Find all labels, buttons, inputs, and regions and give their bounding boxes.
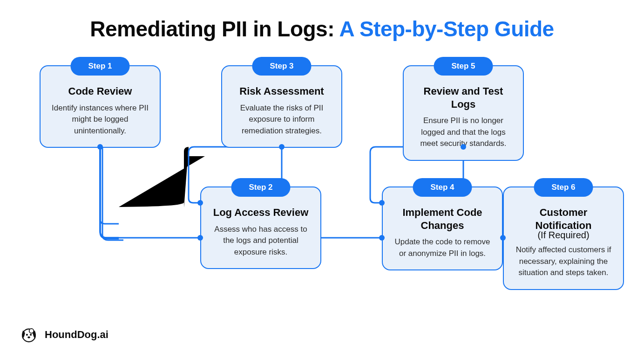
step-title-5: Review and Test Logs	[412, 85, 515, 110]
step-desc-4: Update the code to remove or anonymize P…	[391, 236, 494, 259]
step-title-3: Risk Assessment	[230, 85, 333, 98]
step-pill-5: Step 5	[434, 57, 493, 76]
step-pill-6: Step 6	[534, 178, 593, 197]
step-subtitle-6: (If Required)	[512, 230, 615, 241]
step-card-4: Step 4 Implement Code Changes Update the…	[382, 186, 503, 270]
step-card-6: Step 6 Customer Notification (If Require…	[503, 186, 624, 290]
connector-dot	[197, 200, 203, 206]
step-title-2: Log Access Review	[210, 206, 312, 219]
step-desc-2: Assess who has access to the logs and po…	[210, 224, 312, 258]
step-card-3: Step 3 Risk Assessment Evaluate the risk…	[221, 65, 342, 148]
hounddog-logo-icon	[19, 324, 39, 345]
svg-point-4	[29, 329, 34, 333]
step-card-2: Step 2 Log Access Review Assess who has …	[200, 186, 321, 269]
step-title-1: Code Review	[49, 85, 151, 98]
title-main: Remediating PII in Logs:	[90, 17, 334, 41]
step-pill-2: Step 2	[231, 178, 290, 197]
connector-dot	[279, 144, 285, 150]
step-pill-1: Step 1	[70, 57, 129, 76]
brand: HoundDog.ai	[19, 324, 108, 345]
connector-dot	[379, 235, 385, 241]
step-desc-3: Evaluate the risks of PII exposure to in…	[230, 103, 333, 137]
connector-dot	[197, 235, 203, 241]
connector-dot	[379, 200, 385, 206]
step-desc-1: Identify instances where PII might be lo…	[49, 103, 151, 137]
svg-point-1	[26, 334, 28, 336]
title-accent: A Step-by-Step Guide	[339, 17, 554, 41]
connector-dot	[461, 144, 466, 150]
brand-name: HoundDog.ai	[45, 329, 108, 341]
svg-point-3	[27, 336, 30, 338]
step-card-1: Step 1 Code Review Identify instances wh…	[40, 65, 161, 148]
page-title: Remediating PII in Logs: A Step-by-Step …	[0, 16, 644, 41]
step-desc-6: Notify affected customers if necessary, …	[512, 244, 615, 279]
connector-dot	[500, 235, 506, 241]
step-title-6: Customer Notification	[512, 206, 615, 232]
step-title-4: Implement Code Changes	[391, 206, 494, 232]
svg-point-2	[30, 334, 32, 336]
step-pill-3: Step 3	[252, 57, 311, 76]
step-diagram: Step 1 Code Review Identify instances wh…	[0, 54, 644, 305]
connector-dot	[97, 144, 103, 150]
step-pill-4: Step 4	[413, 178, 472, 197]
